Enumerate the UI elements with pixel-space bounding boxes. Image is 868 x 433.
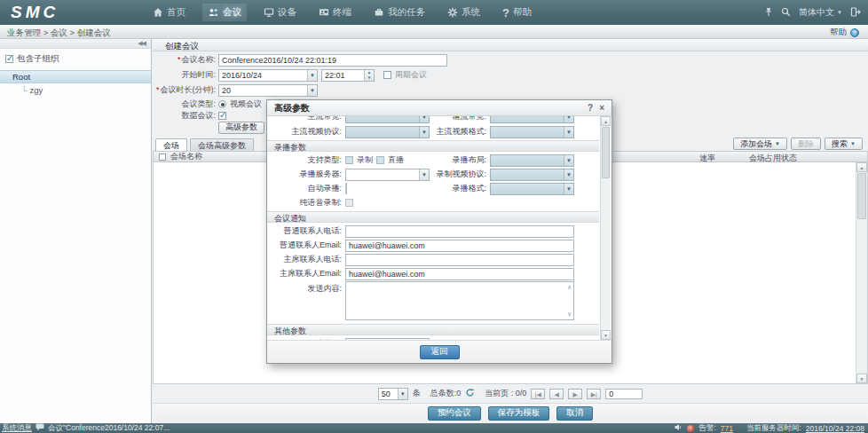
next-page-button[interactable]: ▶ (568, 389, 582, 399)
tab-sites[interactable]: 会场 (155, 138, 187, 151)
record-checkbox[interactable] (345, 156, 353, 164)
chevron-down-icon: ▼ (307, 85, 317, 96)
recording-protocol-label: 录制视频协议: (431, 169, 490, 180)
contact-email-input[interactable] (345, 240, 574, 252)
recording-server-dropdown[interactable]: ▼ (345, 169, 430, 181)
nav-label: 会议 (223, 6, 241, 19)
pin-icon[interactable] (764, 7, 773, 19)
video-conference-radio[interactable] (218, 100, 226, 108)
include-sub-org-checkbox[interactable] (5, 55, 13, 63)
scrollbar-thumb[interactable] (857, 173, 866, 219)
live-checkbox[interactable] (376, 156, 384, 164)
system-message-link[interactable]: 系统消息 (2, 423, 32, 433)
recording-protocol-dropdown[interactable]: ▼ (490, 169, 574, 181)
aux-bandwidth-dropdown[interactable]: ▼ (490, 116, 574, 123)
conference-people-icon (208, 7, 219, 18)
help-ball-icon: ? (850, 28, 859, 37)
alarm-label: 告警: (698, 423, 715, 433)
dialog-scroll-body: 主流带宽: ▼ 辅流带宽: ▼ 主流视频协议: ▼ 主流视频格式: ▼ 录播参数… (267, 116, 599, 340)
back-button[interactable]: 返回 (420, 345, 460, 359)
recording-layout-dropdown[interactable]: ▼ (490, 154, 574, 167)
help-link[interactable]: 帮助 ? (830, 27, 859, 38)
tree-node-zgy[interactable]: └ zgy (0, 83, 151, 97)
table-scrollbar[interactable]: ▲ ▼ (856, 162, 867, 383)
status-left: 系统消息 会议"Conference2016/10/24 22:07... (0, 423, 675, 433)
chair-phone-input[interactable] (345, 254, 574, 266)
refresh-icon[interactable] (465, 388, 475, 399)
advanced-params-button[interactable]: 高级参数 (218, 122, 264, 134)
status-message[interactable]: 会议"Conference2016/10/24 22:07... (48, 423, 170, 433)
dialog-help-icon[interactable]: ? (588, 103, 593, 113)
recording-format-dropdown[interactable]: ▼ (490, 183, 574, 195)
voice-only-checkbox[interactable] (345, 199, 353, 207)
required-asterisk: * (178, 55, 181, 64)
duration-dropdown[interactable]: 20 ▼ (218, 84, 318, 97)
nav-item-help[interactable]: ? 帮助 (497, 4, 537, 22)
chair-email-input[interactable] (345, 268, 574, 280)
time-spinner-buttons[interactable]: ▲ ▼ (364, 70, 374, 81)
chat-bubble-icon (36, 423, 44, 433)
message-content-label: 发送内容: (267, 281, 345, 295)
prev-page-button[interactable]: ◀ (549, 389, 564, 399)
org-tree: Root └ zgy (0, 70, 151, 97)
nav-item-system[interactable]: 系统 (442, 4, 485, 21)
add-site-button[interactable]: 添加会场 ▼ (733, 138, 787, 150)
record-option-label: 录制 (357, 154, 373, 166)
data-conference-checkbox[interactable] (218, 112, 226, 120)
first-page-button[interactable]: |◀ (531, 389, 545, 399)
textarea-scroll-up-icon[interactable]: ∧ (567, 284, 572, 291)
close-icon[interactable]: × (599, 103, 604, 113)
dialog-title-bar: 高级参数 ? × (267, 100, 612, 116)
schedule-conference-button[interactable]: 预约会议 (428, 406, 481, 421)
goto-page-input[interactable] (605, 389, 643, 399)
video-format-dropdown[interactable]: ▼ (490, 126, 574, 138)
nav-item-terminal[interactable]: 终端 (313, 4, 357, 21)
recording-layout-label: 录播布局: (431, 154, 490, 166)
chevron-down-icon: ▼ (850, 141, 856, 146)
contact-phone-input[interactable] (345, 225, 574, 238)
textarea-scroll-down-icon[interactable]: ∨ (567, 311, 572, 318)
search-site-button[interactable]: 搜索 ▼ (825, 138, 863, 150)
collapse-sidebar-icon[interactable]: ◀◀ (138, 40, 146, 47)
language-selector[interactable]: 简体中文 ▼ (799, 6, 842, 19)
top-navigation-bar: SMC 首页 会议 设备 终端 我的任务 (0, 0, 868, 25)
video-protocol-dropdown[interactable]: ▼ (345, 126, 430, 138)
scroll-up-icon[interactable]: ▲ (856, 162, 867, 172)
auto-recording-checkbox[interactable] (345, 183, 347, 194)
search-icon[interactable] (781, 7, 791, 19)
video-conference-label: 视频会议 (230, 98, 262, 110)
recording-server-label: 录播服务器: (267, 169, 345, 180)
select-all-checkbox[interactable] (159, 154, 166, 161)
tab-site-advanced-params[interactable]: 会场高级参数 (190, 138, 254, 151)
nav-label: 首页 (167, 6, 185, 19)
start-time-spinner[interactable]: 22:01 ▲ ▼ (321, 69, 375, 82)
nav-item-conference[interactable]: 会议 (202, 4, 247, 21)
speaker-icon[interactable] (675, 423, 683, 433)
message-content-textarea[interactable]: ∧ ∨ (345, 281, 574, 320)
tree-node-root[interactable]: Root (0, 70, 151, 83)
start-date-dropdown[interactable]: 2016/10/24 ▼ (218, 69, 318, 82)
main-bandwidth-dropdown[interactable]: ▼ (345, 116, 430, 123)
nav-item-device[interactable]: 设备 (258, 4, 302, 21)
page-size-dropdown[interactable]: 50 ▼ (378, 388, 408, 400)
nav-item-my-tasks[interactable]: 我的任务 (368, 4, 430, 21)
server-time-value[interactable]: 2016/10/24 22:08 (806, 424, 864, 433)
scroll-up-icon[interactable]: ▲ (601, 116, 611, 126)
last-page-button[interactable]: ▶| (587, 389, 601, 399)
scroll-down-icon[interactable]: ▼ (856, 374, 867, 383)
auto-recording-label: 自动录播: (267, 183, 345, 194)
alarm-count-link[interactable]: 771 (721, 424, 733, 433)
page-size-value: 50 (379, 390, 398, 398)
scrollbar-thumb[interactable] (602, 127, 610, 178)
recurring-conference-checkbox[interactable] (383, 71, 391, 79)
dialog-scrollbar[interactable]: ▲ ▼ (600, 116, 611, 340)
delete-site-button[interactable]: 删除 (791, 138, 821, 150)
nav-label: 帮助 (513, 6, 532, 19)
nav-label: 我的任务 (388, 6, 425, 19)
cancel-button[interactable]: 取消 (556, 406, 593, 421)
scroll-down-icon[interactable]: ▼ (601, 330, 611, 340)
save-as-template-button[interactable]: 保存为模板 (488, 406, 550, 421)
conference-name-input[interactable] (218, 54, 447, 67)
nav-item-home[interactable]: 首页 (147, 4, 191, 21)
logout-icon[interactable] (850, 7, 861, 19)
